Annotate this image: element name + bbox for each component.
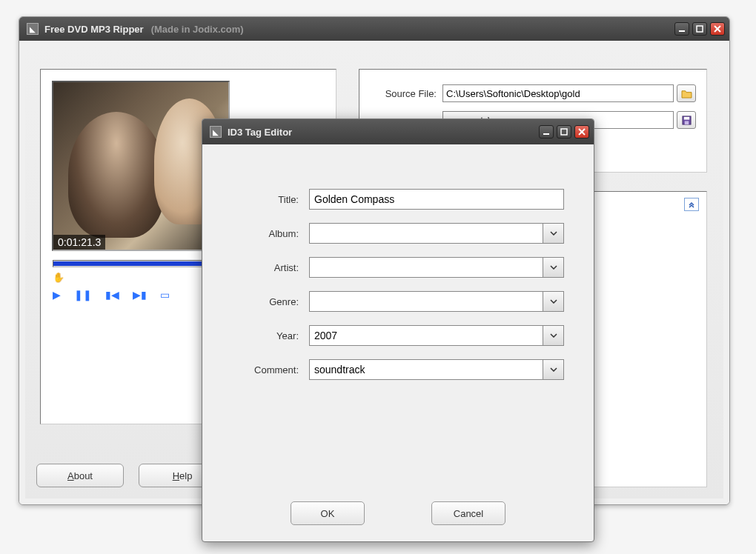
- ok-button[interactable]: OK: [291, 501, 365, 525]
- video-timestamp: 0:01:21.3: [53, 235, 105, 250]
- title-label: Title:: [232, 194, 299, 205]
- genre-input[interactable]: [310, 292, 543, 311]
- save-output-button[interactable]: [677, 111, 696, 129]
- next-icon[interactable]: ▶▮: [133, 289, 147, 301]
- album-label: Album:: [232, 228, 299, 239]
- year-label: Year:: [232, 330, 299, 341]
- app-icon: ◣: [27, 23, 39, 35]
- year-dropdown-button[interactable]: [543, 326, 563, 345]
- main-title: Free DVD MP3 Ripper: [44, 24, 144, 35]
- close-button[interactable]: [710, 22, 725, 36]
- svg-rect-8: [561, 129, 567, 135]
- play-icon[interactable]: ▶: [53, 289, 61, 301]
- album-dropdown-button[interactable]: [543, 224, 563, 243]
- dialog-title: ID3 Tag Editor: [228, 127, 292, 138]
- album-input[interactable]: [310, 224, 543, 243]
- artist-label: Artist:: [232, 262, 299, 273]
- svg-rect-1: [697, 26, 703, 32]
- about-button[interactable]: About: [36, 464, 124, 487]
- main-subtitle: (Made in Jodix.com): [151, 24, 244, 35]
- svg-rect-6: [684, 121, 689, 124]
- source-file-input[interactable]: [442, 84, 674, 102]
- source-file-label: Source File:: [370, 88, 437, 99]
- bottom-button-row: About Help: [36, 464, 226, 487]
- dialog-minimize-button[interactable]: [539, 125, 554, 138]
- prev-icon[interactable]: ▮◀: [105, 289, 119, 301]
- comment-dropdown-button[interactable]: [543, 360, 563, 379]
- title-input[interactable]: [310, 190, 563, 209]
- genre-dropdown-button[interactable]: [543, 292, 563, 311]
- maximize-button[interactable]: [692, 22, 707, 36]
- minimize-button[interactable]: [674, 22, 689, 36]
- collapse-button[interactable]: [684, 198, 699, 211]
- dialog-close-button[interactable]: [574, 125, 589, 138]
- dialog-body: Title: Album: Artist:: [202, 144, 594, 541]
- main-titlebar: ◣ Free DVD MP3 Ripper (Made in Jodix.com…: [19, 17, 729, 41]
- year-input[interactable]: [310, 326, 543, 345]
- dialog-titlebar: ◣ ID3 Tag Editor: [202, 119, 594, 144]
- artist-input[interactable]: [310, 258, 543, 277]
- comment-label: Comment:: [232, 364, 299, 376]
- pause-icon[interactable]: ❚❚: [74, 289, 92, 301]
- svg-rect-5: [683, 116, 689, 119]
- dialog-icon: ◣: [210, 126, 222, 138]
- browse-source-button[interactable]: [677, 84, 696, 102]
- artist-dropdown-button[interactable]: [543, 258, 563, 277]
- dialog-maximize-button[interactable]: [557, 125, 571, 138]
- open-icon[interactable]: ▭: [160, 289, 170, 301]
- genre-label: Genre:: [232, 296, 299, 307]
- id3-dialog: ◣ ID3 Tag Editor Title: Album:: [202, 119, 594, 542]
- comment-input[interactable]: [310, 360, 543, 379]
- cancel-button[interactable]: Cancel: [431, 501, 505, 525]
